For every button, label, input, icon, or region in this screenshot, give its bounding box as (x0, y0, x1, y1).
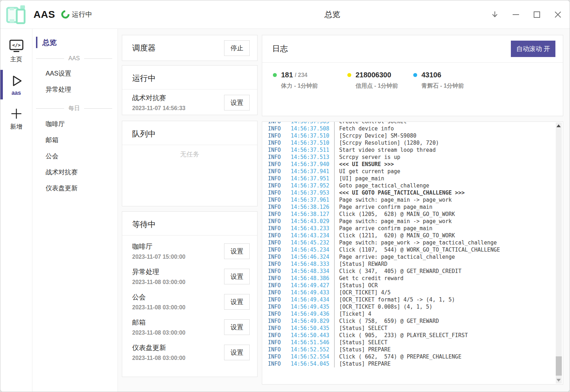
task-name: 战术对抗赛 (132, 93, 185, 103)
sidebar-item-overview[interactable]: 总览 (36, 37, 118, 48)
log-message: Fetch device info (334, 125, 394, 132)
log-timestamp: 14:56:43.234 (291, 232, 334, 239)
waiting-task-row: 仪表盘更新 2023-11-08 03:00:00 设置 (122, 339, 257, 365)
stop-button[interactable]: 停止 (224, 40, 250, 56)
log-timestamp: 14:56:50.435 (291, 325, 334, 332)
minimize-icon (512, 10, 520, 19)
log-level: INFO (262, 310, 291, 318)
log-line: INFO 14:56:37.510 [Scrcpy Resolution] (1… (262, 139, 563, 146)
log-level: INFO (262, 182, 291, 189)
settings-button[interactable]: 设置 (224, 269, 250, 284)
scroll-down-icon[interactable] (556, 379, 561, 382)
log-timestamp: 14:56:50.443 (291, 332, 334, 339)
scrollbar-thumb[interactable] (556, 356, 562, 376)
settings-button[interactable]: 设置 (224, 243, 250, 259)
rail-item-home[interactable]: </> 主页 (0, 35, 32, 67)
log-level: INFO (262, 139, 291, 146)
log-message: [Status] SELECT (334, 339, 387, 346)
nav-sections: AAS AAS设置 异常处理 每日 咖啡厅 邮箱 公会 战术对抗赛 仪表盘更新 (32, 55, 118, 196)
stat-label: 信用点 - 1分钟前 (356, 82, 413, 90)
settings-button[interactable]: 设置 (224, 95, 250, 110)
queue-card: 队列中 无任务 (122, 121, 258, 206)
log-level: INFO (262, 203, 291, 211)
log-message: Click ( 662, 574) @ PREPARE_CHALLENGE (334, 353, 461, 360)
log-level: INFO (262, 282, 291, 289)
status-dot (413, 73, 417, 77)
log-message: Page arrive confirm page_main (334, 225, 432, 232)
sidebar-item[interactable]: 咖啡厅 (32, 116, 118, 132)
settings-button[interactable]: 设置 (224, 345, 250, 360)
log-line: INFO 14:56:37.941 UI get current page (262, 168, 563, 175)
nav-section-divider: AAS (36, 55, 112, 62)
log-message: [Status] PREPARE (334, 360, 391, 367)
close-button[interactable] (553, 10, 563, 19)
log-level: INFO (262, 339, 291, 346)
scroll-up-icon[interactable] (556, 124, 561, 127)
log-line: INFO 14:56:50.435 [Status] SELECT (262, 325, 563, 332)
log-level: INFO (262, 146, 291, 154)
log-line: INFO 14:56:37.511 Start video stream loo… (262, 146, 563, 154)
log-timestamp: 14:56:52.554 (291, 353, 334, 360)
maximize-button[interactable] (532, 10, 542, 19)
log-line: INFO 14:56:51.546 [Status] SELECT (262, 339, 563, 346)
log-timestamp: 14:56:37.940 (291, 161, 334, 168)
log-timestamp: 14:56:37.952 (291, 182, 334, 189)
log-timestamp: 14:56:37.510 (291, 139, 334, 146)
nav-sidebar: 总览 AAS AAS设置 异常处理 每日 咖啡厅 邮箱 公会 战术对抗赛 仪表盘… (32, 29, 118, 392)
log-timestamp: 14:56:38.126 (291, 203, 334, 211)
log-message: Scrcpy server is up (334, 154, 400, 161)
log-scrollbar[interactable] (556, 123, 562, 383)
autoscroll-toggle-button[interactable]: 自动滚动 开 (511, 41, 555, 57)
scheduler-title: 调度器 (132, 43, 156, 53)
log-timestamp: 14:56:45.234 (291, 246, 334, 253)
log-level: INFO (262, 353, 291, 360)
log-line: INFO 14:56:48.333 [Status] REWARD (262, 261, 563, 268)
log-message: <<< UI ENSURE >>> (334, 161, 394, 168)
task-time: 2023-11-07 14:56:33 (132, 105, 185, 112)
waiting-task-row: 咖啡厅 2023-11-07 15:00:00 设置 (122, 238, 257, 263)
rollup-button[interactable] (490, 10, 499, 19)
sidebar-item[interactable]: 邮箱 (32, 132, 118, 148)
log-timestamp: 14:56:37.511 (291, 146, 334, 154)
log-timestamp: 14:56:48.334 (291, 268, 334, 275)
sidebar-item[interactable]: 公会 (32, 148, 118, 164)
log-level: INFO (262, 261, 291, 268)
title-bar: AAS 运行中 总览 (0, 0, 570, 29)
sidebar-item[interactable]: 异常处理 (32, 82, 118, 98)
log-message: Click ( 905, 233) @ PLAYER_SELECT_FIRST (334, 332, 468, 339)
log-header-card: 日志 自动滚动 开 181 / 234 体力 - 1分钟前 218006300 … (262, 35, 563, 116)
minimize-button[interactable] (511, 10, 520, 19)
log-line: INFO 14:56:45.232 Page switch: page_work… (262, 239, 563, 246)
close-icon (554, 10, 562, 19)
settings-button[interactable]: 设置 (224, 319, 250, 335)
stat-label: 体力 - 1分钟前 (281, 82, 347, 90)
log-level: INFO (262, 122, 291, 125)
plus-icon (10, 106, 23, 121)
log-timestamp: 14:56:37.508 (291, 125, 334, 132)
log-message: Click (1205, 628) @ MAIN_GO_TO_WORK (334, 211, 455, 218)
sidebar-item[interactable]: 战术对抗赛 (32, 164, 118, 180)
app-title: AAS (33, 9, 55, 20)
rail-item-aas[interactable]: aas (0, 70, 32, 99)
rail-item-add[interactable]: 新增 (0, 103, 32, 134)
log-timestamp: 14:56:43.029 (291, 218, 334, 225)
log-level: INFO (262, 125, 291, 132)
sidebar-item[interactable]: 仪表盘更新 (32, 180, 118, 196)
sidebar-item[interactable]: AAS设置 (32, 66, 118, 82)
log-level: INFO (262, 325, 291, 332)
settings-button[interactable]: 设置 (224, 294, 250, 310)
resource-stat: 218006300 信用点 - 1分钟前 (347, 71, 413, 90)
icon-rail: </> 主页 aas (0, 29, 32, 392)
resource-stats-row: 181 / 234 体力 - 1分钟前 218006300 信用点 - 1分钟前… (262, 63, 563, 90)
log-timestamp: 14:56:37.953 (291, 189, 334, 196)
nav-section-divider: 每日 (36, 105, 112, 112)
log-timestamp: 14:56:49.433 (291, 289, 334, 296)
log-title: 日志 (272, 43, 288, 54)
log-level: INFO (262, 168, 291, 175)
log-level: INFO (262, 218, 291, 225)
log-line: INFO 14:56:52.552 [Status] PREPARE (262, 346, 563, 353)
log-line: INFO 14:56:43.029 Page switch: page_main… (262, 218, 563, 225)
log-level: INFO (262, 296, 291, 303)
log-message: [Ticket] 4 (334, 310, 371, 318)
log-lines: INFO 14:56:37.505 Create control socket … (262, 122, 563, 367)
